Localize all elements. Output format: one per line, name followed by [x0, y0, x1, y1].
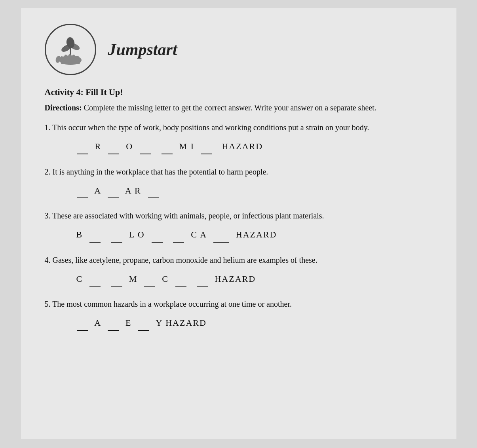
brand-title: Jumpstart — [108, 40, 177, 59]
blank — [140, 146, 151, 154]
blank — [108, 146, 119, 154]
question-2: 2. It is anything in the workplace that … — [45, 165, 433, 199]
question-4-text: 4. Gases, like acetylene, propane, carbo… — [45, 254, 433, 266]
directions-label: Directions: — [45, 103, 82, 112]
blank — [111, 278, 122, 287]
blank — [108, 190, 119, 198]
directions-text: Complete the missing letter to get the c… — [84, 103, 376, 112]
blank — [108, 322, 119, 331]
question-4-answer: C M C HAZARD — [76, 271, 433, 287]
blank — [152, 234, 163, 243]
blank — [77, 146, 88, 154]
page-container: Jumpstart Activity 4: Fill It Up! Direct… — [21, 8, 456, 439]
question-1: 1. This occur when the type of work, bod… — [45, 121, 433, 154]
question-1-answer: R O M I HAZARD — [76, 139, 433, 154]
question-3-answer: B L O C A HAZARD — [76, 227, 433, 243]
blank — [138, 322, 149, 331]
blank — [162, 146, 173, 154]
blank — [148, 190, 159, 198]
question-2-answer: A A R — [76, 183, 433, 199]
blank — [197, 278, 208, 287]
blank — [77, 322, 88, 331]
blank — [89, 278, 101, 287]
directions: Directions: Complete the missing letter … — [45, 101, 433, 114]
blank — [144, 278, 155, 287]
blank — [201, 146, 212, 154]
question-5-answer: A E Y HAZARD — [76, 315, 433, 331]
blank — [173, 234, 184, 243]
blank — [213, 234, 229, 243]
question-5: 5. The most common hazards in a workplac… — [45, 298, 433, 331]
question-5-text: 5. The most common hazards in a workplac… — [45, 298, 433, 310]
blank — [175, 278, 186, 287]
blank — [89, 234, 101, 243]
blank — [77, 190, 88, 198]
activity-title: Activity 4: Fill It Up! — [45, 87, 433, 97]
logo-circle — [45, 24, 96, 75]
question-3-text: 3. These are associated with working wit… — [45, 209, 433, 222]
question-3: 3. These are associated with working wit… — [45, 209, 433, 243]
svg-rect-10 — [61, 59, 80, 64]
blank — [111, 234, 122, 243]
question-4: 4. Gases, like acetylene, propane, carbo… — [45, 254, 433, 287]
question-2-text: 2. It is anything in the workplace that … — [45, 165, 433, 178]
header: Jumpstart — [45, 24, 433, 75]
question-1-text: 1. This occur when the type of work, bod… — [45, 121, 433, 134]
